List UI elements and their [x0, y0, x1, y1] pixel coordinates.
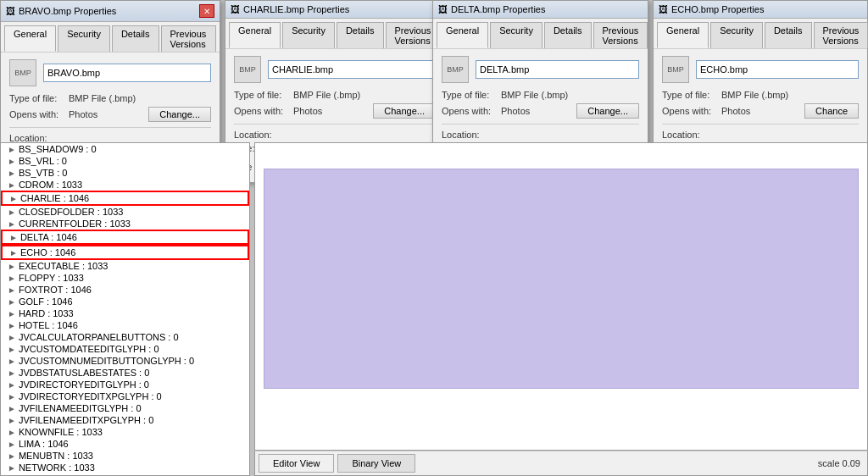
tree-item[interactable]: ►JVCUSTOMNUMEDITBUTTONGLYPH : 0	[1, 355, 249, 367]
bravo-tab-details[interactable]: Details	[112, 25, 159, 52]
tree-item[interactable]: ►FOXTROT : 1046	[1, 284, 249, 296]
charlie-change-button[interactable]: Change...	[373, 103, 436, 119]
bravo-change-button[interactable]: Change...	[148, 107, 211, 122]
tree-item-label: CURRENTFOLDER : 1033	[19, 219, 131, 229]
bravo-tab-prev-versions[interactable]: Previous Versions	[161, 25, 216, 52]
tree-item[interactable]: ►DELTA : 1046	[1, 230, 249, 245]
tree-item[interactable]: ►EXECUTABLE : 1033	[1, 260, 249, 272]
tree-item-label: JVDIRECTORYEDITXPGLYPH : 0	[19, 391, 162, 401]
tree-item[interactable]: ►JVDBSTATUSLABESTATES : 0	[1, 367, 249, 379]
delta-title-bar[interactable]: 🖼 DELTA.bmp Properties	[433, 1, 648, 19]
charlie-title-text: CHARLIE.bmp Properties	[243, 4, 349, 14]
charlie-type-label: Type of file:	[234, 90, 293, 100]
tree-item[interactable]: ►JVCUSTOMDATEEDITGLYPH : 0	[1, 343, 249, 355]
tree-item[interactable]: ►BS_VRL : 0	[1, 155, 249, 167]
tree-item[interactable]: ►JVDIRECTORYEDITXPGLYPH : 0	[1, 390, 249, 402]
tree-item-label: GOLF : 1046	[19, 296, 73, 307]
tree-item[interactable]: ►JVDIRECTORYEDITGLYPH : 0	[1, 379, 249, 390]
bravo-close-button[interactable]: ✕	[199, 4, 214, 18]
charlie-location-row: Location:	[234, 130, 436, 140]
tree-item[interactable]: ►CDROM : 1033	[1, 179, 249, 191]
tree-expand-icon: ►	[8, 297, 16, 307]
delta-type-value: BMP File (.bmp)	[501, 90, 568, 100]
delta-change-button[interactable]: Change...	[576, 103, 639, 119]
delta-location-row: Location:	[442, 130, 639, 140]
delta-tab-prev-versions[interactable]: Previous Versions	[593, 22, 648, 48]
echo-tab-general[interactable]: General	[657, 22, 709, 48]
delta-filename: DELTA.bmp	[476, 60, 639, 79]
tree-item[interactable]: ►HOTEL : 1046	[1, 319, 249, 331]
tree-item[interactable]: ►BS_VTB : 0	[1, 167, 249, 179]
tree-item-label: BS_SHADOW9 : 0	[19, 144, 97, 154]
bravo-opens-value: Photos	[69, 109, 97, 119]
echo-tab-details[interactable]: Details	[765, 22, 812, 48]
tree-item[interactable]: ►NETWORK : 1033	[1, 462, 249, 473]
bravo-filename: BRAVO.bmp	[43, 64, 211, 82]
bravo-title-bar[interactable]: 🖼 BRAVO.bmp Properties ✕	[1, 1, 220, 22]
charlie-tab-details[interactable]: Details	[337, 22, 384, 48]
tree-item[interactable]: ►CURRENTFOLDER : 1033	[1, 218, 249, 230]
tree-item-label: JVCUSTOMNUMEDITBUTTONGLYPH : 0	[19, 356, 194, 366]
delta-tab-general[interactable]: General	[437, 22, 488, 48]
tree-item[interactable]: ►JVFILENAMEEDITXPGLYPH : 0	[1, 414, 249, 426]
tree-item[interactable]: ►MENUBTN : 1033	[1, 450, 249, 462]
bravo-tab-security[interactable]: Security	[58, 25, 110, 52]
echo-tab-prev-versions[interactable]: Previous Versions	[814, 22, 868, 48]
tree-item-label: JVFILENAMEEDITGLYPH : 0	[19, 403, 142, 413]
echo-location-label: Location:	[662, 130, 721, 140]
editor-view-tab[interactable]: Editor View	[259, 454, 334, 473]
tree-item-label: MENUBTN : 1033	[19, 451, 93, 461]
tree-expand-icon: ►	[8, 333, 16, 342]
tree-item[interactable]: ►GOLF : 1046	[1, 296, 249, 307]
scale-label: scale 0.09	[818, 458, 860, 468]
echo-tab-security[interactable]: Security	[710, 22, 763, 48]
tree-item[interactable]: ►CLOSEDFOLDER : 1033	[1, 206, 249, 218]
delta-tab-details[interactable]: Details	[544, 22, 592, 48]
tree-item[interactable]: ►JVFILENAMEEDITGLYPH : 0	[1, 402, 249, 414]
tree-item[interactable]: ►HARD : 1033	[1, 307, 249, 319]
tree-item[interactable]: ►BS_SHADOW9 : 0	[1, 143, 249, 155]
tree-item[interactable]: ►ECHO : 1046	[1, 245, 249, 260]
bravo-file-header: BMP BRAVO.bmp	[9, 59, 211, 86]
tree-expand-icon: ►	[8, 404, 16, 413]
bravo-tabs: General Security Details Previous Versio…	[1, 22, 220, 53]
delta-tab-security[interactable]: Security	[490, 22, 542, 48]
charlie-tab-general[interactable]: General	[229, 22, 281, 48]
tree-expand-icon: ►	[8, 145, 16, 154]
bravo-tab-general[interactable]: General	[4, 25, 56, 52]
tree-panel: ►BS_SHADOW9 : 0►BS_VRL : 0►BS_VTB : 0►CD…	[0, 142, 250, 476]
charlie-tab-security[interactable]: Security	[282, 22, 335, 48]
purple-rectangle	[264, 169, 859, 389]
charlie-type-row: Type of file: BMP File (.bmp)	[234, 90, 436, 100]
tree-expand-icon: ►	[8, 285, 16, 295]
binary-view-tab[interactable]: Binary View	[337, 454, 415, 473]
tree-item[interactable]: ►CHARLIE : 1046	[1, 191, 249, 206]
charlie-location-label: Location:	[234, 130, 293, 140]
charlie-opens-value: Photos	[293, 106, 322, 116]
tree-expand-icon: ►	[9, 194, 18, 203]
tree-item[interactable]: ►LIMA : 1046	[1, 438, 249, 450]
tree-expand-icon: ►	[8, 357, 16, 366]
echo-title-text: ECHO.bmp Properties	[671, 4, 764, 14]
delta-opens-value: Photos	[501, 106, 530, 116]
tree-expand-icon: ►	[8, 262, 16, 271]
charlie-filename: CHARLIE.bmp	[268, 60, 436, 79]
echo-title-bar[interactable]: 🖼 ECHO.bmp Properties	[654, 1, 867, 19]
tree-expand-icon: ►	[8, 345, 16, 354]
tree-item[interactable]: ►JVCALCULATORPANELBUTTONS : 0	[1, 331, 249, 343]
charlie-title-icon: 🖼	[231, 4, 240, 14]
tree-item[interactable]: ►FLOPPY : 1033	[1, 272, 249, 284]
echo-filename: ECHO.bmp	[696, 60, 859, 79]
bravo-opens-label: Opens with:	[9, 109, 69, 119]
echo-tabs: General Security Details Previous Versio…	[654, 19, 867, 49]
tree-expand-icon: ►	[8, 368, 16, 378]
tree-item-label: FLOPPY : 1033	[19, 273, 84, 283]
tree-item-label: HARD : 1033	[19, 308, 74, 318]
tree-expand-icon: ►	[9, 248, 18, 257]
tree-item-label: FOXTROT : 1046	[19, 285, 92, 295]
charlie-title-bar[interactable]: 🖼 CHARLIE.bmp Properties	[225, 1, 444, 19]
tree-item[interactable]: ►KNOWNFILE : 1033	[1, 426, 249, 438]
echo-location-row: Location:	[662, 130, 859, 140]
echo-change-button[interactable]: Chance	[804, 103, 859, 119]
echo-file-icon: BMP	[662, 56, 689, 83]
